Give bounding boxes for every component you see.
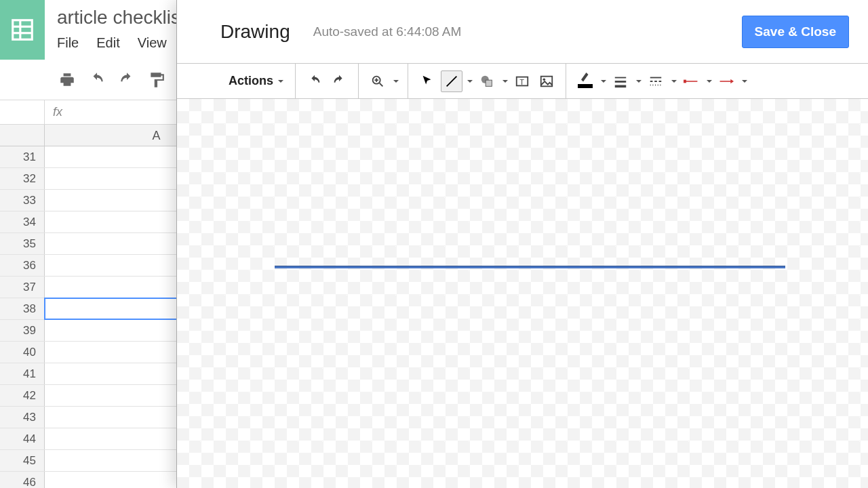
chevron-down-icon (467, 75, 473, 87)
sheets-logo-icon[interactable] (0, 0, 45, 60)
row-header[interactable]: 33 (0, 190, 45, 211)
redo-icon[interactable] (118, 71, 136, 89)
drawing-header: Drawing Auto-saved at 6:44:08 AM Save & … (177, 0, 868, 64)
chevron-down-icon (502, 75, 509, 87)
row-header[interactable]: 36 (0, 255, 45, 276)
svg-text:T: T (519, 77, 524, 85)
actions-menu[interactable]: Actions (226, 70, 287, 92)
row-header[interactable]: 34 (0, 211, 45, 232)
line-start-button[interactable] (680, 70, 702, 92)
row-header[interactable]: 46 (0, 472, 45, 488)
line-color-swatch (578, 84, 593, 88)
drawing-title: Drawing (220, 21, 290, 43)
chevron-down-icon (600, 75, 607, 87)
svg-line-8 (447, 76, 457, 86)
row-header[interactable]: 39 (0, 320, 45, 341)
row-header[interactable]: 45 (0, 450, 45, 471)
line-end-button[interactable] (715, 70, 737, 92)
chevron-down-icon (741, 75, 748, 87)
save-and-close-button[interactable]: Save & Close (742, 16, 849, 48)
row-header[interactable]: 35 (0, 233, 45, 254)
menu-view[interactable]: View (138, 35, 167, 51)
paint-format-icon[interactable] (148, 71, 165, 89)
line-tool[interactable] (441, 70, 462, 92)
row-header[interactable]: 44 (0, 428, 45, 449)
drawing-toolbar: Actions (177, 64, 868, 99)
svg-rect-15 (615, 77, 627, 78)
svg-rect-10 (486, 80, 492, 86)
drawing-canvas[interactable] (177, 99, 868, 488)
svg-rect-22 (684, 79, 686, 83)
actions-label: Actions (229, 74, 276, 88)
row-header[interactable]: 31 (0, 146, 45, 167)
undo-button[interactable] (304, 70, 326, 92)
fx-label: fx (45, 105, 71, 119)
row-header[interactable]: 37 (0, 277, 45, 298)
drawing-dialog: Drawing Auto-saved at 6:44:08 AM Save & … (176, 0, 868, 488)
line-color-button[interactable] (574, 70, 596, 92)
svg-rect-0 (13, 20, 33, 40)
row-header[interactable]: 40 (0, 342, 45, 363)
chevron-down-icon (277, 78, 284, 85)
chevron-down-icon (671, 75, 677, 87)
redo-button[interactable] (328, 70, 350, 92)
row-header[interactable]: 41 (0, 363, 45, 384)
image-tool[interactable] (536, 70, 557, 92)
row-header[interactable]: 42 (0, 385, 45, 406)
shape-tool[interactable] (476, 70, 498, 92)
chevron-down-icon (706, 75, 713, 87)
name-box[interactable] (0, 100, 45, 124)
line-dash-button[interactable] (645, 70, 667, 92)
chevron-down-icon (393, 75, 399, 87)
chevron-down-icon (635, 75, 642, 87)
svg-point-14 (543, 78, 546, 81)
svg-line-5 (380, 83, 383, 86)
undo-icon[interactable] (88, 71, 106, 89)
select-tool[interactable] (416, 70, 438, 92)
autosave-status: Auto-saved at 6:44:08 AM (313, 24, 462, 39)
menu-edit[interactable]: Edit (96, 35, 119, 51)
print-icon[interactable] (58, 71, 76, 89)
zoom-button[interactable] (367, 70, 389, 92)
row-header[interactable]: 43 (0, 407, 45, 428)
svg-rect-16 (615, 81, 627, 83)
svg-rect-13 (541, 76, 553, 86)
row-header[interactable]: 32 (0, 168, 45, 189)
line-weight-button[interactable] (610, 70, 631, 92)
textbox-tool[interactable]: T (511, 70, 533, 92)
svg-rect-17 (615, 85, 627, 87)
row-header[interactable]: 38 (0, 298, 45, 319)
select-all-corner[interactable] (0, 125, 45, 146)
menu-file[interactable]: File (57, 35, 79, 51)
drawn-line-object[interactable] (275, 266, 785, 268)
